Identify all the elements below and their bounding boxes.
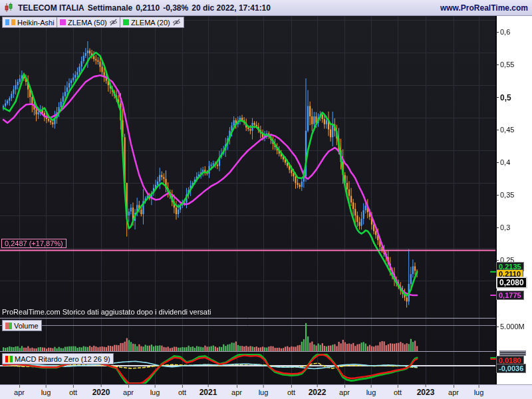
panel-resize-handle[interactable]: [499, 350, 526, 356]
time-tick-label: lug: [259, 388, 269, 396]
time-tick-label: 2021: [200, 388, 217, 397]
price-tick-label: 0,6: [500, 28, 510, 36]
horizontal-line-label[interactable]: 0,2487 (+17,87%): [1, 239, 66, 248]
macd-swatch: [5, 356, 13, 362]
time-tick-label: lug: [474, 388, 484, 396]
legend-macd-label: MACD Ritardo Zero (12 26 9): [15, 355, 110, 363]
time-tick-label: lug: [150, 388, 160, 396]
time-tick-label: 2023: [417, 388, 435, 397]
time-axis[interactable]: aprlugott2020aprlugott2021aprlugott2022a…: [0, 384, 532, 399]
legend-volume[interactable]: Volume: [2, 320, 42, 331]
eye-slash-icon[interactable]: [109, 19, 118, 26]
legend-volume-label: Volume: [14, 322, 39, 330]
time-tick-label: ott: [287, 388, 295, 396]
time-tick-label: 2020: [92, 388, 110, 397]
legend-zlema50-label: ZLEMA (50): [68, 19, 107, 27]
time-tick-label: ott: [69, 388, 77, 396]
data-adjustment-notice: ProRealTime.com Storico dati aggiustato …: [2, 308, 211, 316]
time-tick-label: apr: [448, 388, 459, 396]
time-tick-label: ott: [394, 388, 402, 396]
eye-slash-icon[interactable]: [172, 19, 181, 26]
price-tick-label: 0,4: [500, 158, 510, 166]
volume-scale-label: 5.000M: [500, 323, 525, 331]
macd-cyan-value-label: -0,0036: [496, 364, 526, 373]
time-tick-label: apr: [123, 388, 134, 396]
price-tick-label: 0,5: [500, 93, 511, 102]
prorealtime-chart-window: TELECOM ITALIA Settimanale 0,2110 -0,38%…: [0, 0, 532, 399]
time-tick-label: lug: [366, 388, 376, 396]
price-tick-label: 0,3: [500, 223, 510, 231]
legend-zlema50[interactable]: ZLEMA (50): [57, 17, 121, 28]
price-tick-label: 0,35: [500, 191, 514, 199]
legend-zlema20-label: ZLEMA (20): [131, 19, 170, 27]
time-tick-label: apr: [14, 388, 25, 396]
legend-heikin-ashi[interactable]: Heikin-Ashi: [2, 17, 58, 28]
zlema50-swatch: [60, 19, 66, 25]
zlema20-swatch: [123, 19, 129, 25]
price-axis[interactable]: 0,60,550,50,450,40,350,30,255.000M: [497, 16, 532, 384]
heikin-ashi-up-swatch: [5, 19, 9, 25]
legend-macd[interactable]: MACD Ritardo Zero (12 26 9): [2, 353, 114, 364]
cursor-price-label: 0,2080: [496, 277, 527, 289]
zlema50-value-label: 0,1775: [496, 291, 524, 300]
legend-heikin-ashi-label: Heikin-Ashi: [17, 19, 55, 27]
chart-canvas[interactable]: [0, 0, 532, 399]
legend-zlema20[interactable]: ZLEMA (20): [120, 17, 184, 28]
time-tick-label: ott: [178, 388, 186, 396]
price-tick-label: 0,55: [500, 61, 514, 68]
time-tick-label: 2022: [309, 388, 327, 397]
heikin-ashi-down-swatch: [11, 19, 15, 25]
time-tick-label: lug: [41, 388, 51, 396]
time-tick-label: apr: [339, 388, 350, 396]
volume-swatch: [5, 323, 12, 329]
time-tick-label: apr: [231, 388, 242, 396]
price-tick-label: 0,45: [500, 126, 514, 134]
